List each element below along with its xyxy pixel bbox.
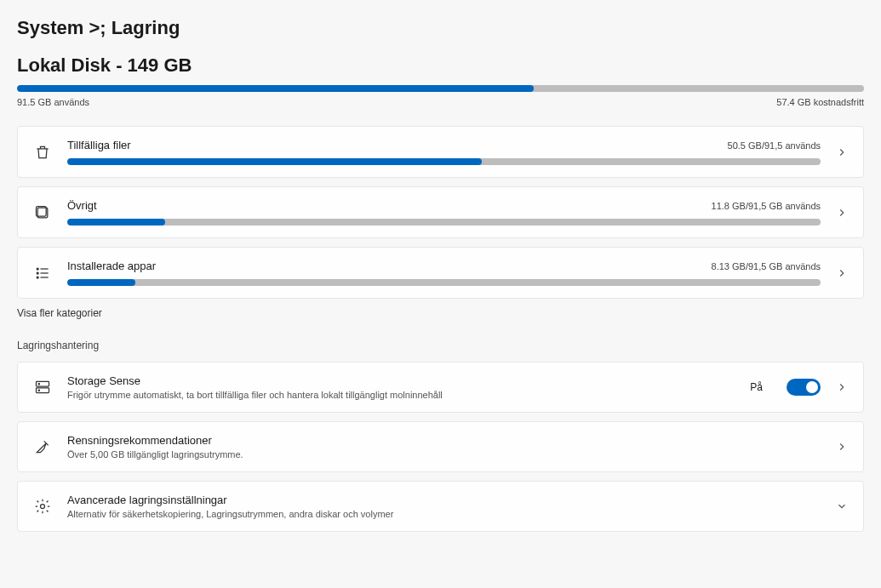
category-bar: [67, 219, 821, 225]
category-stat: 11.8 GB/91,5 GB används: [712, 201, 821, 211]
breadcrumb[interactable]: System >; Lagring: [17, 17, 864, 39]
broom-icon: [33, 437, 52, 456]
drive-icon: [33, 378, 52, 397]
cleanup-desc: Över 5,00 GB tillgängligt lagringsutrymm…: [67, 449, 821, 460]
disk-usage-fill: [17, 85, 534, 92]
category-title: Installerade appar: [67, 260, 156, 272]
box-icon: [33, 203, 52, 222]
chevron-right-icon: [836, 267, 848, 279]
category-row[interactable]: Tillfälliga filer50.5 GB/91,5 används: [17, 126, 864, 178]
disk-usage-bar: [17, 85, 864, 92]
storage-sense-title: Storage Sense: [67, 374, 735, 387]
chevron-right-icon: [836, 146, 848, 158]
chevron-right-icon: [836, 207, 848, 219]
svg-point-11: [38, 390, 39, 391]
chevron-right-icon: [836, 381, 848, 393]
category-row[interactable]: Övrigt11.8 GB/91,5 GB används: [17, 186, 864, 238]
svg-point-10: [38, 384, 39, 385]
category-title: Tillfälliga filer: [67, 139, 131, 151]
storage-sense-toggle[interactable]: [787, 379, 821, 396]
disk-title: Lokal Disk - 149 GB: [17, 54, 864, 77]
svg-point-2: [37, 268, 38, 270]
chevron-right-icon: [836, 441, 848, 453]
free-label: 57.4 GB kostnadsfritt: [776, 97, 864, 107]
storage-sense-row[interactable]: Storage Sense Frigör utrymme automatiskt…: [17, 362, 864, 413]
advanced-desc: Alternativ för säkerhetskopiering, Lagri…: [67, 509, 821, 519]
storage-sense-desc: Frigör utrymme automatiskt, ta bort till…: [67, 390, 735, 400]
category-bar: [67, 279, 821, 286]
show-more-categories-link[interactable]: Visa fler kategorier: [17, 307, 864, 319]
trash-icon: [33, 143, 52, 162]
used-label: 91.5 GB används: [17, 97, 89, 107]
advanced-title: Avancerade lagringsinställningar: [67, 494, 821, 506]
category-row[interactable]: Installerade appar8.13 GB/91,5 GB använd…: [17, 247, 864, 299]
cleanup-row[interactable]: Rensningsrekommendationer Över 5,00 GB t…: [17, 421, 864, 472]
mgmt-heading: Lagringshantering: [17, 340, 864, 351]
list-icon: [33, 264, 52, 283]
category-stat: 50.5 GB/91,5 används: [728, 140, 821, 151]
category-title: Övrigt: [67, 199, 97, 212]
gear-icon: [33, 497, 52, 516]
svg-point-12: [41, 505, 45, 509]
svg-point-4: [37, 272, 38, 274]
svg-point-6: [37, 277, 38, 278]
category-bar: [67, 158, 821, 165]
advanced-row[interactable]: Avancerade lagringsinställningar Alterna…: [17, 481, 864, 532]
cleanup-title: Rensningsrekommendationer: [67, 434, 821, 447]
chevron-down-icon: [836, 500, 848, 512]
storage-sense-state: På: [750, 381, 763, 393]
category-stat: 8.13 GB/91,5 GB används: [712, 261, 821, 271]
